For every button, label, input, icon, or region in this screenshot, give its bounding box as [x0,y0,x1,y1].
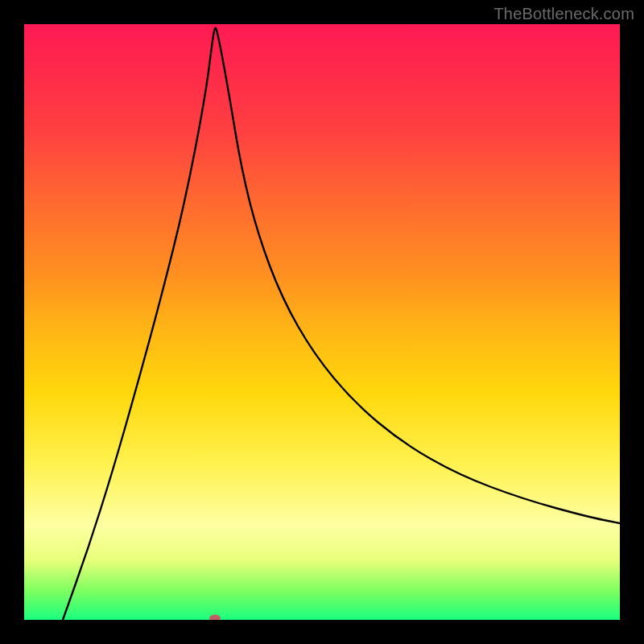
watermark-text: TheBottleneck.com [493,5,634,23]
chart-stage: TheBottleneck.com [0,0,644,644]
bottleneck-curve [63,28,620,620]
optimal-point-marker [209,615,221,621]
curve-svg [24,24,620,620]
plot-area [24,24,620,620]
